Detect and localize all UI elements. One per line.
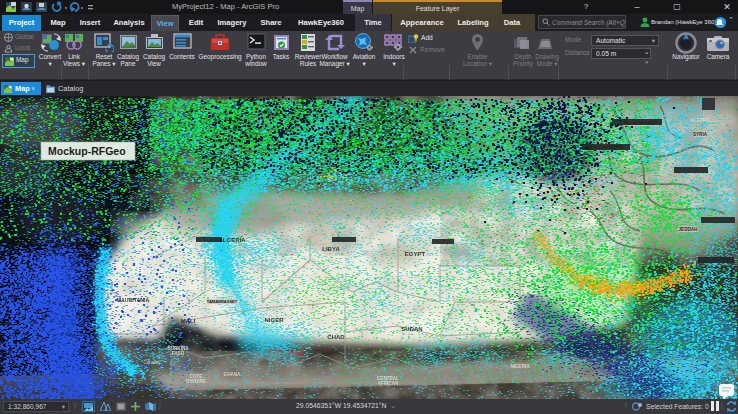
svg-text:JEDDAH: JEDDAH (679, 227, 699, 232)
svg-text:ALEPPO: ALEPPO (691, 118, 710, 123)
svg-text:Riv: Riv (708, 170, 716, 175)
svg-text:ALGERIA: ALGERIA (219, 237, 247, 243)
svg-text:GHANA: GHANA (224, 372, 242, 377)
svg-text:LIBYA: LIBYA (322, 246, 340, 252)
svg-text:MAURITANIA: MAURITANIA (117, 297, 150, 303)
svg-text:SYRIA: SYRIA (693, 132, 708, 137)
svg-text:EGYPT: EGYPT (405, 251, 426, 257)
svg-text:CENTRALAFRICAN: CENTRALAFRICAN (377, 376, 399, 386)
svg-text:SUDAN: SUDAN (401, 326, 422, 332)
svg-text:Conakry: Conakry (143, 360, 161, 365)
svg-text:MALI: MALI (181, 318, 196, 324)
svg-text:CHAD: CHAD (327, 334, 345, 340)
svg-text:NIGERIA: NIGERIA (510, 364, 530, 369)
svg-text:Mockup-RFGeo: Mockup-RFGeo (48, 145, 126, 157)
svg-text:NIGER: NIGER (264, 317, 284, 323)
svg-text:TAMANRASSET: TAMANRASSET (207, 299, 238, 304)
